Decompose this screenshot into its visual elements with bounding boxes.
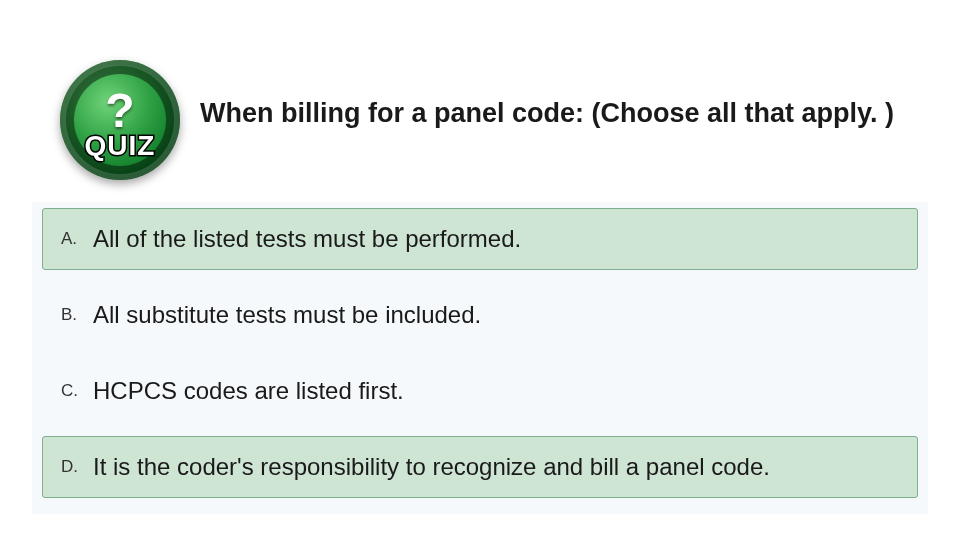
quiz-icon-circle: ? <box>60 60 180 180</box>
answer-option-a[interactable]: A. All of the listed tests must be perfo… <box>42 208 918 270</box>
question-mark-icon: ? <box>105 87 134 135</box>
answer-option-c[interactable]: C. HCPCS codes are listed first. <box>42 360 918 422</box>
question-text: When billing for a panel code: (Choose a… <box>200 98 920 129</box>
quiz-label: QUIZ <box>52 130 188 162</box>
answer-text: HCPCS codes are listed first. <box>93 377 404 405</box>
slide: ? QUIZ When billing for a panel code: (C… <box>0 0 960 540</box>
answer-letter: B. <box>47 305 93 325</box>
answer-letter: C. <box>47 381 93 401</box>
answer-option-d[interactable]: D. It is the coder's responsibility to r… <box>42 436 918 498</box>
answer-option-b[interactable]: B. All substitute tests must be included… <box>42 284 918 346</box>
answers-panel: A. All of the listed tests must be perfo… <box>32 202 928 514</box>
answer-text: All of the listed tests must be performe… <box>93 225 521 253</box>
quiz-icon: ? <box>60 60 180 180</box>
answer-letter: A. <box>47 229 93 249</box>
answer-letter: D. <box>47 457 93 477</box>
answer-text: All substitute tests must be included. <box>93 301 481 329</box>
answer-text: It is the coder's responsibility to reco… <box>93 453 770 481</box>
